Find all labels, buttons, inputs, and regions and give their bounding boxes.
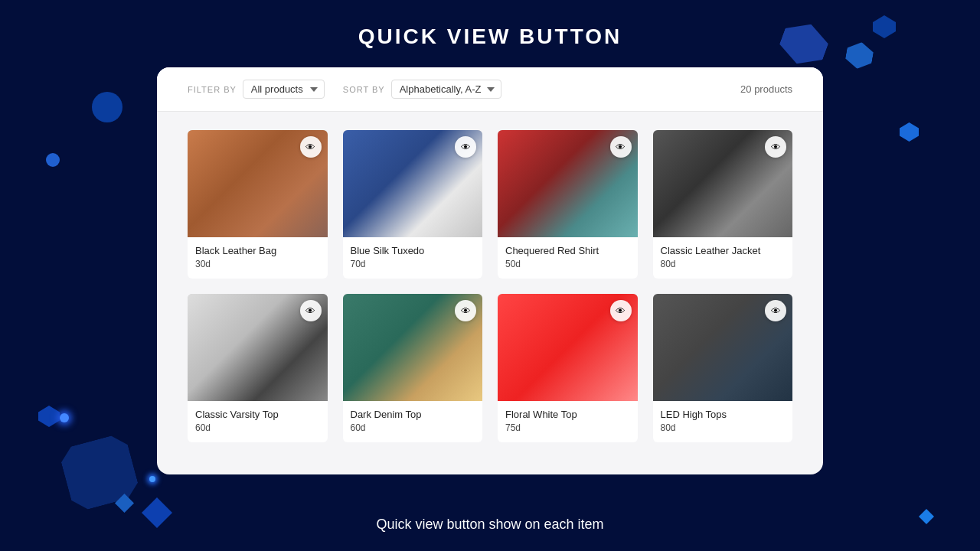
filter-by-select[interactable]: All productsTopsBottomsShoesAccessories <box>243 80 325 99</box>
product-price: 80d <box>661 422 786 433</box>
quick-view-button[interactable]: 👁 <box>455 136 476 158</box>
product-image-wrap: 👁 <box>653 130 793 237</box>
product-name: Dark Denim Top <box>351 409 475 420</box>
product-price: 80d <box>661 259 786 269</box>
product-info: Chequered Red Shirt 50d <box>498 237 638 279</box>
product-image-wrap: 👁 <box>653 294 793 401</box>
products-count: 20 products <box>740 83 792 95</box>
product-image-wrap: 👁 <box>343 294 483 401</box>
page-title: QUICK VIEW BUTTON <box>0 24 980 49</box>
product-image-wrap: 👁 <box>498 130 638 237</box>
eye-icon: 👁 <box>771 305 781 317</box>
product-info: Floral White Top 75d <box>498 401 638 442</box>
product-card[interactable]: 👁 LED High Tops 80d <box>653 294 793 442</box>
subtitle: Quick view button show on each item <box>0 517 980 533</box>
eye-icon: 👁 <box>305 142 315 153</box>
quick-view-button[interactable]: 👁 <box>300 300 322 321</box>
product-name: Black Leather Bag <box>195 245 320 256</box>
product-image-wrap: 👁 <box>498 294 638 401</box>
product-price: 70d <box>351 259 475 269</box>
product-card[interactable]: 👁 Dark Denim Top 60d <box>343 294 483 442</box>
product-grid: 👁 Black Leather Bag 30d 👁 Blue Silk Tuxe… <box>157 112 823 461</box>
product-image-wrap: 👁 <box>343 130 483 237</box>
quick-view-button[interactable]: 👁 <box>300 136 322 158</box>
quick-view-button[interactable]: 👁 <box>610 136 632 158</box>
quick-view-button[interactable]: 👁 <box>765 136 786 158</box>
product-card[interactable]: 👁 Classic Leather Jacket 80d <box>653 130 793 279</box>
product-card[interactable]: 👁 Chequered Red Shirt 50d <box>498 130 638 279</box>
eye-icon: 👁 <box>305 305 315 317</box>
product-info: Classic Leather Jacket 80d <box>653 237 793 279</box>
product-info: Blue Silk Tuxedo 70d <box>343 237 483 279</box>
eye-icon: 👁 <box>461 142 471 153</box>
product-info: Black Leather Bag 30d <box>188 237 328 279</box>
product-price: 30d <box>195 259 320 269</box>
product-price: 60d <box>351 422 475 433</box>
filter-bar: FILTER BY All productsTopsBottomsShoesAc… <box>157 67 823 112</box>
product-price: 75d <box>505 422 630 433</box>
eye-icon: 👁 <box>616 305 626 317</box>
product-card[interactable]: 👁 Black Leather Bag 30d <box>188 130 328 279</box>
product-card[interactable]: 👁 Classic Varsity Top 60d <box>188 294 328 442</box>
quick-view-button[interactable]: 👁 <box>765 300 786 321</box>
product-info: LED High Tops 80d <box>653 401 793 442</box>
quick-view-button[interactable]: 👁 <box>455 300 476 321</box>
filter-by-label: FILTER BY <box>188 85 237 94</box>
main-card: FILTER BY All productsTopsBottomsShoesAc… <box>157 67 823 474</box>
eye-icon: 👁 <box>616 142 626 153</box>
product-card[interactable]: 👁 Floral White Top 75d <box>498 294 638 442</box>
product-card[interactable]: 👁 Blue Silk Tuxedo 70d <box>343 130 483 279</box>
product-image-wrap: 👁 <box>188 130 328 237</box>
eye-icon: 👁 <box>771 142 781 153</box>
sort-by-select[interactable]: Alphabetically, A-ZAlphabetically, Z-APr… <box>391 80 501 99</box>
product-info: Classic Varsity Top 60d <box>188 401 328 442</box>
product-name: Floral White Top <box>505 409 630 420</box>
product-price: 50d <box>505 259 630 269</box>
eye-icon: 👁 <box>461 305 471 317</box>
quick-view-button[interactable]: 👁 <box>610 300 632 321</box>
product-name: Chequered Red Shirt <box>505 245 630 256</box>
sort-by-label: SORT BY <box>343 85 385 94</box>
product-price: 60d <box>195 422 320 433</box>
product-name: LED High Tops <box>661 409 786 420</box>
product-name: Classic Leather Jacket <box>661 245 786 256</box>
product-name: Blue Silk Tuxedo <box>351 245 475 256</box>
product-name: Classic Varsity Top <box>195 409 320 420</box>
product-image-wrap: 👁 <box>188 294 328 401</box>
product-info: Dark Denim Top 60d <box>343 401 483 442</box>
